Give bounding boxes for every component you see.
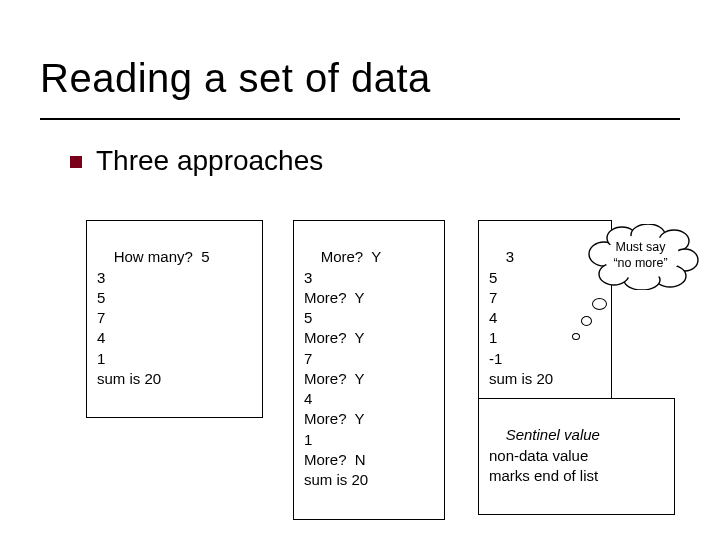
sentinel-desc: non-data value marks end of list [489,447,598,484]
approach-box-count-first: How many? 5 3 5 7 4 1 sum is 20 [86,220,263,418]
cloud-tail-bubble [581,316,592,326]
slide-title: Reading a set of data [40,56,431,101]
bullet-text: Three approaches [96,145,323,177]
cloud-tail-bubble [572,333,580,340]
slide: Reading a set of data Three approaches H… [0,0,720,540]
approach-box-ask-more: More? Y 3 More? Y 5 More? Y 7 More? Y 4 … [293,220,445,520]
approach3-text: 3 5 7 4 1 -1 sum is 20 [489,248,553,387]
bullet-item: Three approaches [70,145,323,177]
approach2-text: More? Y 3 More? Y 5 More? Y 7 More? Y 4 … [304,248,381,488]
approach1-text: How many? 5 3 5 7 4 1 sum is 20 [97,248,210,387]
sentinel-title: Sentinel value [506,426,600,443]
cloud-line1: Must say [615,240,665,254]
title-underline [40,118,680,120]
cloud-tail-bubble [592,298,607,310]
bullet-icon [70,156,82,168]
cloud-line2: “no more” [613,256,667,270]
sentinel-explanation-box: Sentinel valuenon-data value marks end o… [478,398,675,515]
cloud-text: Must say “no more” [613,240,667,271]
